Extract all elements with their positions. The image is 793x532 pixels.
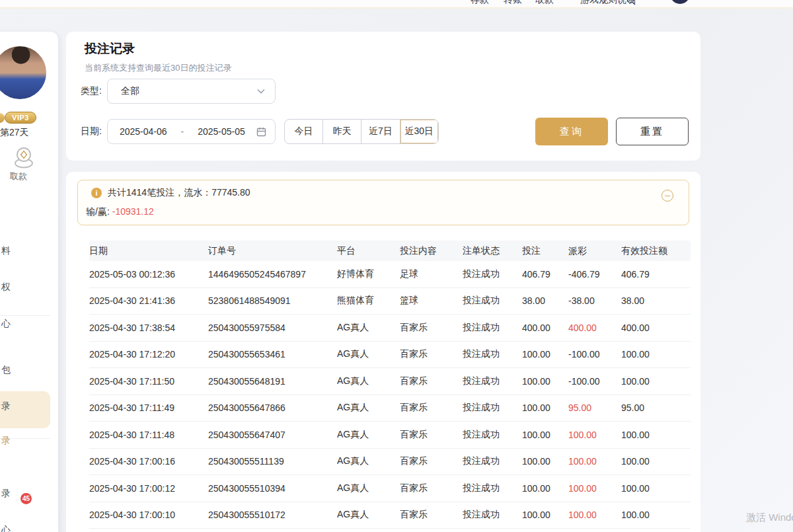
withdraw-icon[interactable] [12,145,36,169]
cell-payout: -100.00 [568,376,621,387]
sidebar-menu-item[interactable]: 料 [1,245,11,257]
table-row[interactable]: 2025-04-30 17:00:12250430055510394AG真人百家… [89,475,691,502]
vip-medal-icon [0,113,5,123]
type-select-value: 全部 [121,85,139,97]
cell-platform: AG真人 [337,482,400,494]
cell-date: 2025-04-30 17:38:54 [89,323,208,333]
cell-valid-amount: 100.00 [621,510,691,520]
user-avatar[interactable] [670,0,690,4]
cell-valid-amount: 400.00 [621,323,691,333]
cell-valid-amount: 100.00 [621,376,691,387]
cell-bet-amount: 100.00 [522,349,568,360]
cell-bet-content: 百家乐 [400,455,463,467]
cell-bet-amount: 406.79 [522,269,568,280]
cell-bet-amount: 100.00 [522,483,568,494]
cell-status: 投注成功 [463,295,522,307]
date-separator: - [178,126,187,137]
date-filter-row: 日期: 2025-04-06 - 2025-05-05 今日昨天近7日近30日 [81,119,439,144]
cell-order-number: 250430055648191 [208,376,337,387]
cell-order-number: 5238061488549091 [208,295,337,306]
cell-status: 投注成功 [463,509,522,521]
sidebar-menu-item[interactable]: 包 [1,364,11,376]
cell-status: 投注成功 [463,402,522,414]
membership-day: 第27天 [0,127,29,139]
cell-date: 2025-04-30 17:11:49 [89,402,208,413]
sidebar-menu-item[interactable]: 录 [1,435,11,447]
cell-payout: 400.00 [568,323,621,333]
column-header: 订单号 [208,245,337,257]
cell-bet-content: 百家乐 [400,348,463,360]
nav-item[interactable]: 转账 [504,0,522,6]
cell-payout: 95.00 [568,402,621,413]
cell-order-number: 1446496505245467897 [208,269,337,280]
info-icon: i [91,188,102,198]
query-button[interactable]: 查询 [535,118,608,145]
sidebar-menu-item[interactable]: 录 [1,400,11,412]
cell-order-number: 250430055510172 [208,510,337,520]
collapse-icon[interactable] [661,190,673,202]
cell-bet-amount: 100.00 [522,402,568,413]
cell-bet-content: 百家乐 [400,482,463,494]
avatar[interactable] [0,45,48,100]
reset-button[interactable]: 重置 [616,118,689,145]
date-range-input[interactable]: 2025-04-06 - 2025-05-05 [107,119,276,144]
cell-platform: AG真人 [337,322,400,334]
cell-platform: 熊猫体育 [337,295,400,307]
page-title: 投注记录 [85,40,135,57]
sidebar-menu-item[interactable]: 心 [1,318,11,330]
cell-platform: AG真人 [337,509,400,521]
cell-status: 投注成功 [463,322,522,334]
cell-bet-amount: 100.00 [522,430,568,440]
sidebar-menu-item[interactable]: 录 [1,488,11,500]
table-row[interactable]: 2025-04-30 17:00:16250430055511139AG真人百家… [89,449,691,476]
cell-bet-content: 百家乐 [400,509,463,521]
cell-platform: AG真人 [337,455,400,467]
table-row[interactable]: 2025-04-30 21:41:365238061488549091熊猫体育篮… [89,288,691,315]
column-header: 投注 [522,245,568,257]
cell-date: 2025-04-30 17:11:50 [89,376,208,387]
nav-item[interactable]: 取款 [535,0,554,6]
table-row[interactable]: 2025-04-30 17:38:54250430055975584AG真人百家… [89,315,691,342]
summary-total: 共计1414笔投注，流水：77745.80 [108,187,250,199]
table-row[interactable]: 2025-05-03 00:12:361446496505245467897好博… [89,261,691,288]
table-row[interactable]: 2025-04-30 17:11:50250430055648191AG真人百家… [89,368,691,395]
table-row[interactable]: 2025-04-30 17:11:48250430055647407AG真人百家… [89,422,691,449]
table-row[interactable]: 2025-04-30 17:12:20250430055653461AG真人百家… [89,342,691,369]
cell-date: 2025-04-30 17:00:10 [89,510,208,520]
quick-date-range-group: 今日昨天近7日近30日 [284,119,439,144]
cell-date: 2025-05-03 00:12:36 [89,269,208,280]
cell-valid-amount: 100.00 [621,430,691,440]
cell-status: 投注成功 [463,348,522,360]
quick-range-button[interactable]: 近7日 [361,120,400,143]
cell-bet-content: 百家乐 [400,375,463,387]
win-loss-label: 输/赢: [86,206,110,217]
summary-banner: i 共计1414笔投注，流水：77745.80 输/赢:-10931.12 [77,180,689,225]
cell-status: 投注成功 [463,455,522,467]
type-select[interactable]: 全部 [107,79,276,104]
cell-payout: -406.79 [568,269,621,280]
quick-range-button[interactable]: 今日 [285,120,323,143]
chevron-down-icon [257,89,265,94]
cell-valid-amount: 38.00 [621,295,691,306]
cell-status: 投注成功 [463,429,522,441]
table-body: 2025-05-03 00:12:361446496505245467897好博… [89,261,691,529]
cell-date: 2025-04-30 17:00:16 [89,456,208,467]
cell-order-number: 250430055647407 [208,430,337,440]
cell-date: 2025-04-30 21:41:36 [89,295,208,306]
nav-item[interactable]: 存款 [471,0,489,6]
cell-valid-amount: 100.00 [621,483,691,494]
date-end: 2025-05-05 [198,126,245,137]
withdraw-label[interactable]: 取款 [3,171,34,182]
sidebar-menu-item[interactable]: 权 [1,282,11,293]
sidebar-menu-item[interactable]: 心 [1,524,11,532]
search-icon[interactable] [626,0,636,5]
cell-payout: 100.00 [568,483,621,494]
quick-range-button[interactable]: 近30日 [400,120,438,143]
cell-order-number: 250430055653461 [208,349,337,360]
table-row[interactable]: 2025-04-30 17:11:49250430055647866AG真人百家… [89,395,691,422]
cell-payout: 100.00 [568,510,621,520]
cell-bet-amount: 100.00 [522,510,568,520]
quick-range-button[interactable]: 昨天 [323,120,361,143]
cell-valid-amount: 100.00 [621,349,691,360]
table-row[interactable]: 2025-04-30 17:00:10250430055510172AG真人百家… [89,502,691,529]
